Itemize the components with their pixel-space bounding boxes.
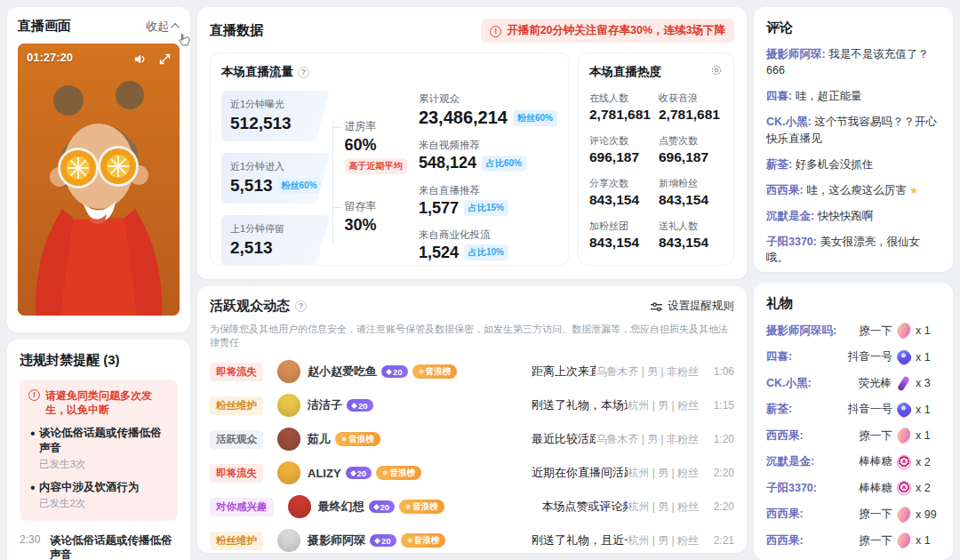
- funnel-step: 上1分钟停留 2,513: [221, 215, 331, 266]
- viewer-name: ALIZY: [308, 467, 341, 480]
- audience-tag: 即将流失: [210, 363, 263, 381]
- heat-metric: 新增粉丝 843,154: [659, 177, 723, 208]
- gifter-name: 摄影师阿琛吗:: [766, 324, 860, 339]
- retention-warning-banner: ! 开播前20分钟关注留存率30%，连续3场下降: [481, 19, 734, 43]
- viewer-meta: 杭州 | 男 | 粉丝: [628, 398, 699, 413]
- viewer-name: 最终幻想: [318, 499, 364, 515]
- live-video-preview[interactable]: 01:27:20: [18, 44, 180, 316]
- retention-rate: 留存率 30%: [345, 199, 377, 235]
- gift-count: x 1: [916, 324, 940, 337]
- traffic-subpanel: 本场直播流量 ? 近1分钟曝光 512,513: [210, 52, 569, 266]
- collapse-button[interactable]: 收起: [146, 19, 180, 35]
- viewer-meta: 乌鲁木齐 | 男 | 非粉丝: [596, 432, 699, 447]
- gift-name: 棒棒糖: [860, 454, 893, 469]
- gift-count: x 1: [916, 404, 940, 416]
- audience-row[interactable]: 即将流失 赵小赵爱吃鱼 20 音浪榜 距离上次来直播间已超过30天 乌鲁木齐 |…: [197, 355, 747, 388]
- gift-icon: [894, 321, 913, 340]
- viewer-name: 摄影师阿琛: [308, 532, 365, 548]
- traffic-rates: 进房率 60% 高于近期平均 留存率 30%: [331, 91, 412, 266]
- audience-row[interactable]: 粉丝维护 洁洁子 20 刚送了礼物，本场送礼超过了1000元 杭州 | 男 | …: [197, 388, 747, 422]
- viewer-name: 洁洁子: [308, 397, 342, 413]
- set-reminder-rules-label: 设置提醒规则: [668, 299, 734, 314]
- live-data-panel: 直播数据 ! 开播前20分钟关注留存率30%，连续3场下降 本场直播流量 ?: [197, 7, 747, 279]
- traffic-source-item: 累计观众 23,486,214 粉丝60%: [419, 92, 557, 128]
- heat-metric: 加粉丝团 843,154: [589, 220, 653, 251]
- viewer-meta: 乌鲁木齐 | 男 | 非粉丝: [596, 364, 699, 380]
- viewer-name: 茹儿: [308, 431, 331, 447]
- viewer-time: 2:20: [708, 467, 734, 479]
- funnel-step: 近1分钟进入 5,513 粉丝60%: [221, 153, 331, 204]
- streamer-illustration: [18, 44, 180, 316]
- gifter-name: 沉默是金:: [766, 454, 860, 469]
- entry-rate: 进房率 60% 高于近期平均: [345, 119, 407, 174]
- comments-title: 评论: [766, 20, 940, 36]
- commenter-name: 西西果:: [766, 184, 804, 196]
- audience-row[interactable]: 活跃观众 茹儿 音浪榜 最近比较活跃，并评论/点赞/停留一会 乌鲁木齐 | 男 …: [197, 422, 747, 456]
- heat-metric: 点赞次数 696,187: [659, 134, 723, 165]
- gift-item: 摄影师阿琛吗: 撩一下 x 1: [766, 324, 940, 339]
- gifter-name: 西西果:: [766, 533, 860, 548]
- fan-level-badge: 20: [381, 365, 408, 378]
- avatar: [277, 360, 300, 383]
- gift-name: 撩一下: [860, 507, 893, 522]
- honor-badge: 音浪榜: [376, 466, 421, 480]
- gift-item: 西西果: 撩一下 x 99: [766, 507, 940, 522]
- gift-count: x 1: [916, 351, 940, 364]
- violation-alert-box: ! 请避免同类问题多次发生，以免中断 谈论低俗话题或传播低俗声音 已发生3次 内…: [20, 380, 178, 521]
- set-reminder-rules-button[interactable]: 设置提醒规则: [651, 299, 734, 314]
- comments-panel: 评论 摄影师阿琛: 我是不是该充值了？666 四喜: 哇，超正能量 CK.小黑:…: [754, 7, 953, 272]
- gift-name: 抖音一号: [848, 349, 892, 364]
- gift-count: x 2: [916, 456, 940, 468]
- gifter-name: 四喜:: [766, 349, 848, 364]
- comment-item: 子阳3370: 美女很漂亮，很仙女哦。: [766, 234, 940, 266]
- audience-title: 活跃观众动态: [210, 298, 290, 315]
- audience-tag: 活跃观众: [210, 430, 263, 449]
- help-icon[interactable]: ?: [298, 67, 309, 78]
- gift-icon: [897, 481, 911, 495]
- live-preview-title: 直播画面: [18, 18, 71, 35]
- live-preview-panel: 直播画面 收起 01:27:20: [7, 7, 190, 332]
- traffic-source-item: 来自视频推荐 548,124 占比60%: [419, 139, 557, 172]
- gift-item: 西西果: 撩一下 x 1: [766, 533, 940, 548]
- gift-name: 荧光棒: [859, 376, 892, 391]
- audience-tag: 即将流失: [210, 464, 263, 483]
- stream-timer: 01:27:20: [27, 51, 73, 64]
- gift-item: 沉默是金: 棒棒糖 x 2: [766, 454, 940, 469]
- heat-title: 本场直播热度: [589, 64, 661, 80]
- heat-metric: 收获音浪 2,781,681: [659, 92, 723, 123]
- honor-badge: 音浪榜: [335, 432, 380, 446]
- rate-note-badge: 高于近期平均: [345, 158, 407, 174]
- audience-tag: 对你感兴趣: [210, 498, 274, 516]
- traffic-source-item: 来自直播推荐 1,577 占比15%: [419, 184, 557, 218]
- audience-row[interactable]: 粉丝维护 摄影师阿琛 20 音浪榜 刚送了礼物，且近一年累计送礼超过1万元 杭州…: [197, 524, 747, 557]
- avatar: [277, 529, 300, 552]
- gift-name: 撩一下: [860, 428, 893, 444]
- viewer-meta: 杭州 | 男 | 粉丝: [628, 466, 699, 481]
- commenter-name: 四喜:: [766, 90, 792, 102]
- volume-icon[interactable]: [132, 51, 148, 67]
- audience-row[interactable]: 即将流失 ALIZY 20 音浪榜 近期在你直播间活跃度明显下降 杭州 | 男 …: [197, 456, 747, 490]
- gear-icon[interactable]: [710, 64, 723, 80]
- sliders-icon: [651, 301, 662, 312]
- help-icon[interactable]: ?: [295, 300, 307, 312]
- gift-count: x 1: [916, 534, 940, 547]
- comment-text: 好多机会没抓住: [796, 158, 874, 171]
- gifter-name: CK.小黑:: [766, 376, 859, 391]
- gifter-name: 子阳3370:: [766, 481, 860, 496]
- violation-item: 谈论低俗话题或传播低俗声音 已发生3次: [28, 426, 169, 471]
- fullscreen-icon[interactable]: [156, 51, 172, 67]
- gifts-panel: 礼物 摄影师阿琛吗: 撩一下 x 1 四喜: 抖音一号 x 1: [754, 283, 953, 560]
- viewer-time: 2:21: [708, 534, 734, 547]
- audience-row[interactable]: 对你感兴趣 最终幻想 20 音浪榜 本场点赞或评论频繁 杭州 | 男 | 粉丝 …: [197, 490, 747, 524]
- gift-item: 子阳3370: 棒棒糖 x 2: [766, 481, 940, 496]
- avatar: [288, 495, 311, 518]
- live-console-page: 直播画面 收起 01:27:20: [0, 0, 960, 560]
- mouse-cursor-icon: [176, 32, 192, 48]
- audience-tag: 粉丝维护: [210, 396, 263, 415]
- gift-name: 撩一下: [860, 324, 893, 339]
- heat-metric: 评论次数 696,187: [589, 134, 653, 165]
- gift-item: 薪荃: 抖音一号 x 1: [766, 402, 940, 417]
- violation-panel: 违规封禁提醒 (3) ! 请避免同类问题多次发生，以免中断 谈论低俗话题或传播低…: [7, 340, 190, 560]
- chevron-up-icon: [171, 23, 180, 32]
- gift-item: 西西果: 撩一下 x 1: [766, 428, 940, 444]
